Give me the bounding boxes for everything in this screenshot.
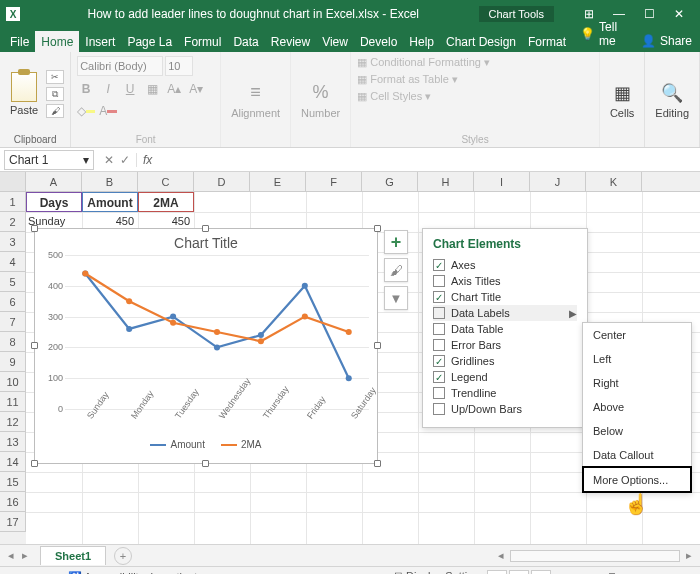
row-header[interactable]: 8: [0, 332, 26, 352]
italic-button[interactable]: I: [99, 80, 117, 98]
tab-review[interactable]: Review: [265, 31, 316, 52]
resize-handle[interactable]: [374, 342, 381, 349]
name-box[interactable]: Chart 1▾: [4, 150, 94, 170]
submenu-item-left[interactable]: Left: [583, 347, 691, 371]
row-header[interactable]: 10: [0, 372, 26, 392]
submenu-item-right[interactable]: Right: [583, 371, 691, 395]
font-size-input[interactable]: [165, 56, 193, 76]
font-color-button[interactable]: A: [99, 102, 117, 120]
cells-button[interactable]: ▦ Cells: [606, 79, 638, 121]
col-header[interactable]: H: [418, 172, 474, 191]
normal-view-button[interactable]: ▦: [487, 570, 507, 575]
checkbox-icon[interactable]: [433, 403, 445, 415]
chart-element-error-bars[interactable]: Error Bars: [433, 337, 577, 353]
copy-button[interactable]: ⧉: [46, 87, 64, 101]
chart-plot-area[interactable]: 0100200300400500 SundayMondayTuesdayWedn…: [65, 255, 369, 409]
resize-handle[interactable]: [31, 460, 38, 467]
checkbox-icon[interactable]: ✓: [433, 259, 445, 271]
cell-c1[interactable]: 2MA: [138, 192, 194, 212]
chart-element-data-labels[interactable]: Data Labels▶: [433, 305, 577, 321]
tab-help[interactable]: Help: [403, 31, 440, 52]
row-header[interactable]: 15: [0, 472, 26, 492]
sheet-nav-next[interactable]: ▸: [18, 549, 32, 562]
sheet-nav-prev[interactable]: ◂: [4, 549, 18, 562]
cell-styles-button[interactable]: ▦ Cell Styles ▾: [357, 90, 431, 103]
resize-handle[interactable]: [31, 225, 38, 232]
resize-handle[interactable]: [31, 342, 38, 349]
fx-icon[interactable]: fx: [137, 153, 152, 167]
resize-handle[interactable]: [374, 225, 381, 232]
tab-developer[interactable]: Develo: [354, 31, 403, 52]
col-header[interactable]: G: [362, 172, 418, 191]
row-header[interactable]: 16: [0, 492, 26, 512]
submenu-item-data-callout[interactable]: Data Callout: [583, 443, 691, 467]
increase-font-button[interactable]: A▴: [165, 80, 183, 98]
new-sheet-button[interactable]: +: [114, 547, 132, 565]
submenu-item-more-options-[interactable]: More Options...: [583, 467, 691, 492]
chart-element-chart-title[interactable]: ✓Chart Title: [433, 289, 577, 305]
col-header[interactable]: F: [306, 172, 362, 191]
chart-elements-button[interactable]: +: [384, 230, 408, 254]
row-header[interactable]: 9: [0, 352, 26, 372]
sheet-tab-sheet1[interactable]: Sheet1: [40, 546, 106, 565]
page-layout-view-button[interactable]: ▥: [509, 570, 529, 575]
paste-button[interactable]: Paste: [6, 70, 42, 118]
tab-formulas[interactable]: Formul: [178, 31, 227, 52]
row-header[interactable]: 6: [0, 292, 26, 312]
cut-button[interactable]: ✂: [46, 70, 64, 84]
tab-data[interactable]: Data: [227, 31, 264, 52]
resize-handle[interactable]: [202, 225, 209, 232]
row-header[interactable]: 5: [0, 272, 26, 292]
close-button[interactable]: ✕: [664, 0, 694, 28]
col-header[interactable]: K: [586, 172, 642, 191]
underline-button[interactable]: U: [121, 80, 139, 98]
share-button[interactable]: Share: [660, 34, 692, 48]
row-header[interactable]: 3: [0, 232, 26, 252]
tab-insert[interactable]: Insert: [79, 31, 121, 52]
chevron-down-icon[interactable]: ▾: [83, 153, 89, 167]
tab-file[interactable]: File: [4, 31, 35, 52]
chart-element-up-down-bars[interactable]: Up/Down Bars: [433, 401, 577, 417]
format-painter-button[interactable]: 🖌: [46, 104, 64, 118]
checkbox-icon[interactable]: [433, 307, 445, 319]
decrease-font-button[interactable]: A▾: [187, 80, 205, 98]
col-header[interactable]: B: [82, 172, 138, 191]
chart-styles-button[interactable]: 🖌: [384, 258, 408, 282]
row-header[interactable]: 14: [0, 452, 26, 472]
number-button[interactable]: % Number: [297, 79, 344, 121]
cell-b1[interactable]: Amount: [82, 192, 138, 212]
col-header[interactable]: C: [138, 172, 194, 191]
cells-grid[interactable]: Days Amount 2MA Sunday 450 450 Chart Tit…: [26, 192, 700, 544]
display-settings-button[interactable]: 🖥 Display Settings: [392, 570, 485, 575]
submenu-item-center[interactable]: Center: [583, 323, 691, 347]
tab-format[interactable]: Format: [522, 31, 572, 52]
hscroll-right[interactable]: ▸: [682, 549, 696, 562]
checkbox-icon[interactable]: ✓: [433, 291, 445, 303]
row-header[interactable]: 2: [0, 212, 26, 232]
row-header[interactable]: 1: [0, 192, 26, 212]
select-all-button[interactable]: [0, 172, 26, 191]
accept-formula-icon[interactable]: ✓: [120, 153, 130, 167]
checkbox-icon[interactable]: ✓: [433, 371, 445, 383]
checkbox-icon[interactable]: [433, 275, 445, 287]
chart-element-legend[interactable]: ✓Legend: [433, 369, 577, 385]
col-header[interactable]: A: [26, 172, 82, 191]
chart-filters-button[interactable]: ▼: [384, 286, 408, 310]
row-header[interactable]: 17: [0, 512, 26, 532]
submenu-item-below[interactable]: Below: [583, 419, 691, 443]
tab-page-layout[interactable]: Page La: [121, 31, 178, 52]
checkbox-icon[interactable]: [433, 323, 445, 335]
chart-element-axis-titles[interactable]: Axis Titles: [433, 273, 577, 289]
border-button[interactable]: ▦: [143, 80, 161, 98]
chart-title[interactable]: Chart Title: [35, 229, 377, 255]
checkbox-icon[interactable]: [433, 339, 445, 351]
chart-object[interactable]: Chart Title 0100200300400500 SundayMonda…: [34, 228, 378, 464]
bold-button[interactable]: B: [77, 80, 95, 98]
cell-a1[interactable]: Days: [26, 192, 82, 212]
cancel-formula-icon[interactable]: ✕: [104, 153, 114, 167]
chart-element-axes[interactable]: ✓Axes: [433, 257, 577, 273]
checkbox-icon[interactable]: ✓: [433, 355, 445, 367]
fill-color-button[interactable]: ◇: [77, 102, 95, 120]
editing-button[interactable]: 🔍 Editing: [651, 79, 693, 121]
col-header[interactable]: I: [474, 172, 530, 191]
